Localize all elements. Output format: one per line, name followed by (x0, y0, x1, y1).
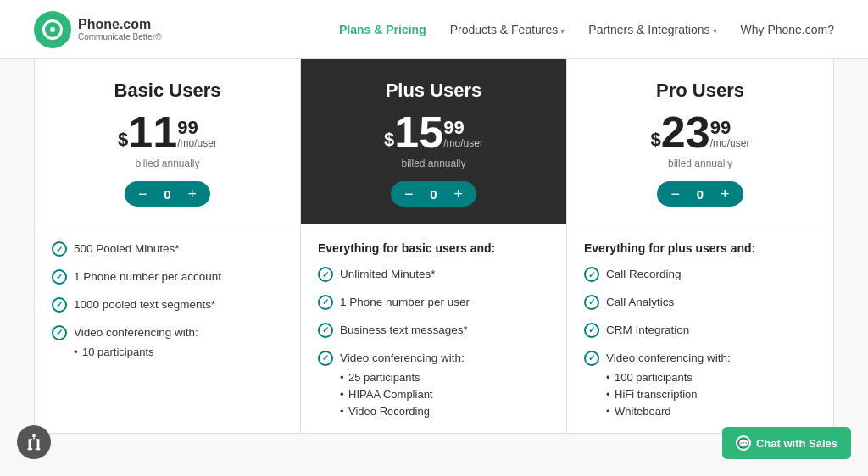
check-icon (318, 267, 333, 282)
plan-basic-header: Basic Users $ 11 99 /mo/user billed annu… (35, 59, 300, 224)
main-content: Basic Users $ 11 99 /mo/user billed annu… (0, 59, 868, 476)
plan-plus-period: /mo/user (443, 137, 483, 149)
plan-pro-period: /mo/user (710, 137, 750, 149)
plan-basic-qty-value: 0 (161, 187, 175, 202)
nav-link-partners[interactable]: Partners & Integrations▾ (588, 23, 716, 36)
nav-link-products[interactable]: Products & Features▾ (450, 23, 565, 36)
plan-pro-price-row: $ 23 99 /mo/user (584, 110, 816, 154)
chevron-down-icon: ▾ (713, 26, 717, 36)
feature-subitem: HIPAA Compliant (340, 387, 465, 402)
feature-text: Video conferencing with: 10 participants (74, 325, 198, 362)
check-icon (318, 351, 333, 366)
feature-item: Call Recording (584, 267, 816, 283)
plan-plus: Plus Users $ 15 99 /mo/user billed annua… (301, 59, 567, 433)
feature-text: 1 Phone number per account (74, 269, 221, 285)
nav-link-why[interactable]: Why Phone.com? (741, 23, 835, 36)
plan-basic-billed: billed annually (52, 158, 283, 169)
plan-pro-intro: Everything for plus users and: (584, 241, 816, 255)
feature-subitem: HiFi transcription (606, 387, 731, 402)
plan-basic-dollar: $ (118, 130, 128, 149)
feature-text: Video conferencing with: 100 participant… (606, 351, 731, 421)
accessibility-icon (25, 433, 43, 451)
plan-basic-cents: 99 (177, 119, 198, 137)
chat-sales-button[interactable]: 💬 Chat with Sales (722, 427, 851, 459)
check-icon (584, 295, 599, 310)
feature-subitems: 25 participants HIPAA Compliant Video Re… (340, 370, 465, 420)
feature-subitems: 10 participants (74, 345, 198, 360)
nav-item-products[interactable]: Products & Features▾ (450, 23, 565, 36)
feature-item: Video conferencing with: 10 participants (52, 325, 283, 362)
feature-text: 500 Pooled Minutes* (74, 241, 180, 257)
plan-basic-qty-minus[interactable]: − (138, 186, 147, 202)
feature-subitem: Whiteboard (606, 404, 731, 419)
nav-link-plans[interactable]: Plans & Pricing (339, 23, 426, 36)
logo-area: Phone.com Communicate Better® (34, 11, 162, 48)
feature-item: Business text messages* (318, 323, 549, 339)
accessibility-button[interactable] (17, 425, 51, 459)
feature-item: Video conferencing with: 25 participants… (318, 351, 549, 421)
plan-pro-dollar: $ (651, 130, 661, 149)
plan-pro-qty-plus[interactable]: + (721, 186, 730, 202)
feature-item: Video conferencing with: 100 participant… (584, 351, 816, 421)
plan-basic-price-row: $ 11 99 /mo/user (52, 110, 283, 154)
plan-basic-cents-period: 99 /mo/user (177, 119, 217, 149)
feature-item: 1 Phone number per account (52, 269, 283, 285)
nav-item-plans[interactable]: Plans & Pricing (339, 23, 426, 36)
feature-text: Video conferencing with: 25 participants… (340, 351, 465, 421)
logo-text: Phone.com Communicate Better® (78, 16, 162, 42)
feature-item: Unlimited Minutes* (318, 267, 549, 283)
feature-item: CRM Integration (584, 323, 816, 339)
plan-pro-cents-period: 99 /mo/user (710, 119, 750, 149)
feature-text: Business text messages* (340, 323, 468, 339)
chat-label: Chat with Sales (756, 437, 837, 450)
check-icon (318, 323, 333, 338)
plan-pro-qty-minus[interactable]: − (670, 186, 680, 202)
plan-pro-qty-value: 0 (693, 187, 707, 202)
navbar: Phone.com Communicate Better® Plans & Pr… (0, 0, 868, 59)
plan-basic-period: /mo/user (177, 137, 217, 149)
plan-pro: Pro Users $ 23 99 /mo/user billed annual… (567, 59, 833, 433)
plan-plus-price-row: $ 15 99 /mo/user (318, 110, 549, 154)
check-icon (584, 267, 599, 282)
plan-plus-qty-value: 0 (427, 187, 441, 202)
plan-plus-cents: 99 (443, 119, 464, 137)
feature-subitems: 100 participants HiFi transcription Whit… (606, 370, 731, 420)
plan-basic-name: Basic Users (52, 80, 283, 102)
brand-tagline: Communicate Better® (78, 32, 162, 42)
plan-pro-price-main: 23 (661, 110, 710, 154)
plan-plus-cents-period: 99 /mo/user (443, 119, 483, 149)
plan-plus-billed: billed annually (318, 158, 549, 169)
plan-plus-qty-control: − 0 + (391, 181, 476, 207)
nav-item-partners[interactable]: Partners & Integrations▾ (588, 23, 716, 36)
feature-text: CRM Integration (606, 323, 689, 339)
pricing-grid: Basic Users $ 11 99 /mo/user billed annu… (34, 59, 834, 434)
chat-icon: 💬 (736, 435, 751, 451)
chevron-down-icon: ▾ (560, 26, 565, 36)
plan-plus-intro: Everything for basic users and: (318, 241, 549, 255)
check-icon (52, 297, 67, 313)
plan-basic-qty-plus[interactable]: + (188, 186, 198, 202)
plan-plus-name: Plus Users (318, 80, 549, 102)
check-icon (52, 325, 67, 340)
feature-item: 1000 pooled text segments* (52, 297, 283, 313)
feature-text: 1000 pooled text segments* (74, 297, 215, 313)
plan-basic-price-main: 11 (128, 110, 177, 154)
nav-item-why[interactable]: Why Phone.com? (741, 23, 835, 36)
feature-text: Call Analytics (606, 295, 674, 311)
feature-subitem: Video Recording (340, 404, 465, 419)
feature-text: 1 Phone number per user (340, 295, 470, 311)
plan-plus-qty-plus[interactable]: + (454, 186, 464, 202)
plan-plus-features: Everything for basic users and: Unlimite… (301, 224, 566, 421)
logo-icon (34, 11, 71, 48)
plan-plus-price-main: 15 (394, 110, 443, 154)
check-icon (318, 295, 333, 310)
feature-item: 500 Pooled Minutes* (52, 241, 283, 257)
feature-text: Call Recording (606, 267, 682, 283)
feature-item: Call Analytics (584, 295, 816, 311)
plan-plus-qty-minus[interactable]: − (404, 186, 414, 202)
plan-pro-features: Everything for plus users and: Call Reco… (567, 224, 833, 421)
check-icon (52, 269, 67, 285)
plan-plus-header: Plus Users $ 15 99 /mo/user billed annua… (301, 59, 566, 224)
feature-subitem: 25 participants (340, 370, 465, 385)
check-icon (52, 241, 67, 257)
